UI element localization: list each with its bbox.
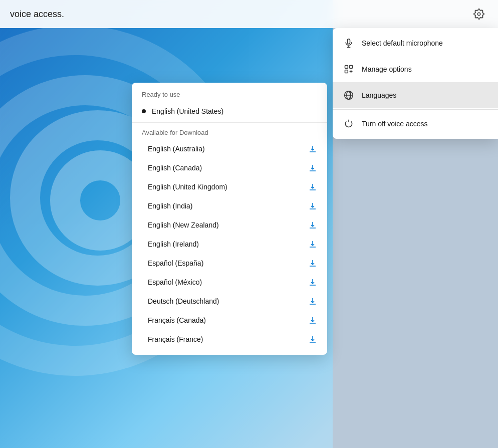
ready-language-label: English (United States): [152, 107, 223, 115]
download-icon: [308, 163, 317, 172]
menu-divider: [333, 109, 498, 110]
list-item[interactable]: Français (Canada): [132, 311, 327, 330]
menu-item-turnoff-label: Turn off voice access: [362, 120, 428, 128]
language-label: English (New Zealand): [148, 221, 219, 229]
manage-icon: [343, 63, 355, 75]
language-label: Français (France): [148, 335, 203, 343]
download-section-title: Available for Download: [132, 123, 327, 139]
microphone-icon: [343, 37, 355, 49]
list-item[interactable]: Deutsch (Deutschland): [132, 292, 327, 311]
language-label: English (Ireland): [148, 240, 199, 248]
topbar-title: voice access.: [10, 9, 64, 20]
languages-panel: Ready to use English (United States) Ava…: [132, 83, 327, 355]
topbar: voice access.: [0, 0, 498, 28]
list-item[interactable]: Español (España): [132, 254, 327, 273]
menu-item-manage[interactable]: Manage options: [333, 56, 498, 82]
menu-item-languages[interactable]: Languages: [333, 82, 498, 108]
download-icon: [308, 144, 317, 153]
menu-item-languages-label: Languages: [362, 91, 396, 99]
language-label: English (India): [148, 202, 193, 210]
download-icon: [308, 240, 317, 249]
language-label: Español (México): [148, 278, 202, 286]
download-icon: [308, 335, 317, 344]
language-label: Español (España): [148, 259, 203, 267]
svg-rect-4: [345, 66, 348, 69]
list-item[interactable]: English (Australia): [132, 139, 327, 158]
language-label: English (Canada): [148, 164, 202, 172]
download-icon: [308, 182, 317, 191]
list-item[interactable]: Français (France): [132, 330, 327, 349]
download-icon: [308, 297, 317, 306]
download-icon: [308, 259, 317, 268]
svg-rect-6: [345, 70, 348, 73]
download-icon: [308, 278, 317, 287]
svg-rect-1: [348, 39, 350, 44]
ready-language-item[interactable]: English (United States): [132, 102, 327, 120]
menu-item-microphone[interactable]: Select default microphone: [333, 30, 498, 56]
svg-rect-5: [350, 66, 353, 69]
gear-icon: [473, 9, 484, 20]
list-item[interactable]: English (Ireland): [132, 235, 327, 254]
settings-button[interactable]: [470, 5, 488, 23]
svg-point-0: [477, 13, 480, 16]
list-item[interactable]: English (India): [132, 196, 327, 215]
menu-item-turnoff[interactable]: Turn off voice access: [333, 111, 498, 137]
menu-item-microphone-label: Select default microphone: [362, 39, 443, 47]
list-item[interactable]: English (New Zealand): [132, 215, 327, 235]
download-icon: [308, 201, 317, 210]
download-icon: [308, 220, 317, 230]
list-item[interactable]: English (United Kingdom): [132, 177, 327, 196]
language-label: Français (Canada): [148, 316, 206, 324]
list-item[interactable]: English (Canada): [132, 158, 327, 177]
ready-section-title: Ready to use: [132, 83, 327, 102]
language-label: Deutsch (Deutschland): [148, 297, 219, 305]
active-dot: [142, 109, 146, 113]
download-section: Available for Download English (Australi…: [132, 122, 327, 349]
languages-icon: [343, 89, 355, 101]
list-item[interactable]: Español (México): [132, 273, 327, 292]
language-label: English (United Kingdom): [148, 183, 227, 191]
power-icon: [343, 118, 355, 130]
language-label: English (Australia): [148, 145, 205, 153]
menu-item-manage-label: Manage options: [362, 65, 412, 73]
download-icon: [308, 316, 317, 325]
context-menu: Select default microphone Manage options…: [333, 28, 498, 139]
